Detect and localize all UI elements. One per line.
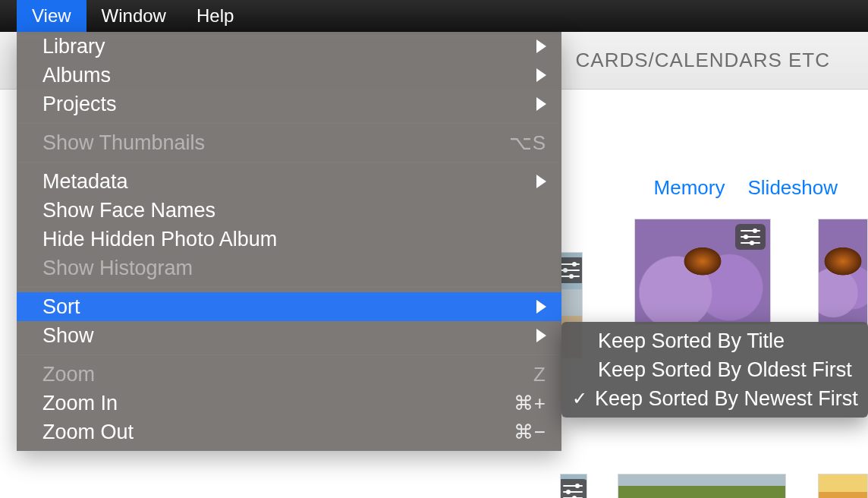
submenu-arrow-icon [536,175,546,188]
menu-window[interactable]: Window [86,0,181,32]
menu-item-show-face-names[interactable]: Show Face Names [17,196,561,225]
menu-item-label: Hide Hidden Photo Album [42,228,277,251]
submenu-item-label: Keep Sorted By Title [598,329,785,353]
menu-item-label: Sort [42,295,80,319]
photo-thumbnail[interactable] [818,474,868,498]
menu-item-hide-hidden-photo-album[interactable]: Hide Hidden Photo Album [17,225,561,254]
action-slideshow[interactable]: Slideshow [747,176,838,200]
action-links: Memory Slideshow [654,176,838,200]
view-menu-panel: Library Albums Projects Show Thumbnails … [17,32,561,451]
menubar-spacer [0,0,17,32]
menu-item-show-thumbnails: Show Thumbnails ⌥S [17,128,561,157]
sort-option-newest-first[interactable]: ✓ Keep Sorted By Newest First [561,384,868,413]
menu-item-label: Metadata [42,170,128,194]
submenu-arrow-icon [536,68,546,82]
adjust-icon[interactable] [735,224,766,250]
tab-cards-calendars[interactable]: CARDS/CALENDARS ETC [576,49,830,72]
menu-item-label: Show Histogram [42,257,193,280]
checkmark-icon: ✓ [572,388,587,409]
menu-item-label: Zoom [42,363,95,386]
menu-shortcut: ⌘+ [514,392,546,415]
menu-item-zoom-in[interactable]: Zoom In ⌘+ [17,389,561,418]
menu-shortcut: Z [533,363,546,386]
photo-thumbnail[interactable] [818,219,868,325]
submenu-arrow-icon [536,39,546,53]
menu-item-label: Projects [42,93,117,116]
submenu-item-label: Keep Sorted By Newest First [595,387,858,411]
menu-shortcut: ⌥S [509,131,546,155]
menu-shortcut: ⌘− [514,421,546,444]
menu-item-zoom-out[interactable]: Zoom Out ⌘− [17,418,561,446]
photo-thumbnail[interactable] [560,474,587,498]
sort-option-oldest-first[interactable]: Keep Sorted By Oldest First [561,355,868,384]
submenu-item-label: Keep Sorted By Oldest First [598,358,852,382]
adjust-icon[interactable] [560,479,587,498]
menu-item-label: Albums [42,64,111,87]
photo-thumbnail[interactable] [634,219,771,325]
menu-item-show-histogram: Show Histogram [17,254,561,282]
menu-item-metadata[interactable]: Metadata [17,167,561,196]
menu-help[interactable]: Help [181,0,249,32]
menubar: View Window Help [0,0,868,32]
menu-separator [18,123,560,124]
menu-item-albums[interactable]: Albums [17,61,561,90]
sort-option-title[interactable]: Keep Sorted By Title [561,326,868,355]
menu-item-label: Show Thumbnails [42,131,205,155]
photo-thumbnail[interactable] [618,474,786,498]
menu-view[interactable]: View [17,0,86,32]
action-memory[interactable]: Memory [654,176,725,200]
menu-item-label: Library [42,35,105,58]
submenu-arrow-icon [536,300,546,314]
menu-item-label: Show [42,324,94,348]
submenu-arrow-icon [536,97,546,111]
menu-separator [18,355,560,355]
submenu-arrow-icon [536,329,546,342]
menu-item-zoom: Zoom Z [17,360,561,389]
menu-item-label: Zoom Out [42,421,134,444]
menu-item-show[interactable]: Show [17,321,561,350]
menu-item-label: Show Face Names [42,199,215,222]
menu-separator [18,287,560,288]
sort-submenu: Keep Sorted By Title Keep Sorted By Olde… [561,322,868,418]
menu-item-sort[interactable]: Sort [17,292,561,321]
menu-item-projects[interactable]: Projects [17,90,561,118]
adjust-icon[interactable] [560,257,583,283]
menu-separator [18,162,560,162]
menu-item-label: Zoom In [42,392,118,415]
menu-item-library[interactable]: Library [17,32,561,61]
